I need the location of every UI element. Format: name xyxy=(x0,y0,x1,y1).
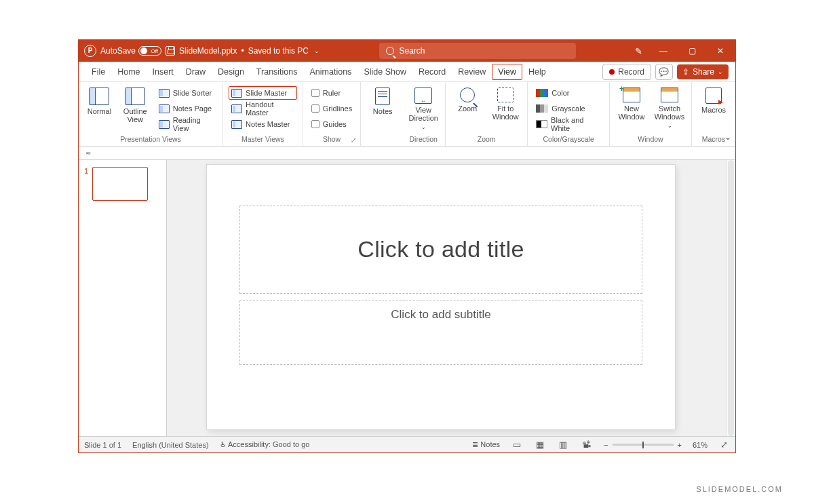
chevron-down-icon: ⌄ xyxy=(667,123,672,129)
tab-view[interactable]: View xyxy=(492,64,522,80)
ribbon: Normal Outline View Slide Sorter Notes P… xyxy=(79,82,735,147)
reading-view-icon[interactable]: ▥ xyxy=(557,440,569,450)
switch-windows-button[interactable]: Switch Windows ⌄ xyxy=(653,86,686,129)
color-button[interactable]: Color xyxy=(533,86,604,100)
tab-home[interactable]: Home xyxy=(111,63,146,81)
ribbon-tabs: File Home Insert Draw Design Transitions… xyxy=(79,62,735,82)
autosave-label: AutoSave xyxy=(100,46,136,56)
title-chevron-icon[interactable]: ⌄ xyxy=(314,47,319,54)
accessibility-status[interactable]: ♿︎ Accessibility: Good to go xyxy=(220,440,310,449)
share-icon: ⇪ xyxy=(682,67,689,77)
slide-counter[interactable]: Slide 1 of 1 xyxy=(84,441,121,449)
ruler-checkbox[interactable]: Ruler xyxy=(309,86,355,100)
accessibility-icon: ♿︎ xyxy=(220,440,227,448)
title-bar: AutoSave Off SlideModel.pptx • Saved to … xyxy=(79,40,735,62)
handout-master-button[interactable]: Handout Master xyxy=(229,102,297,115)
macros-button[interactable]: Macros xyxy=(697,86,730,114)
chevron-down-icon: ⌄ xyxy=(718,69,723,75)
normal-view-icon[interactable]: ▭ xyxy=(511,440,523,450)
tab-file[interactable]: File xyxy=(85,63,111,81)
minimize-button[interactable]: — xyxy=(654,43,673,58)
fit-icon xyxy=(497,88,513,102)
tab-record[interactable]: Record xyxy=(412,63,452,81)
reading-view-icon xyxy=(159,120,170,129)
slide-master-button[interactable]: Slide Master xyxy=(229,86,297,100)
zoom-slider[interactable]: − + xyxy=(604,441,682,449)
outline-view-button[interactable]: Outline View xyxy=(120,86,151,131)
chevron-down-icon: ⌄ xyxy=(421,124,426,130)
tab-transitions[interactable]: Transitions xyxy=(250,63,304,81)
guides-checkbox[interactable]: Guides xyxy=(309,117,355,131)
autosave-toggle[interactable]: AutoSave Off xyxy=(100,46,161,56)
slideshow-view-icon[interactable]: 📽 xyxy=(580,440,593,450)
group-master-views: Slide Master Handout Master Notes Master… xyxy=(223,82,303,146)
maximize-button[interactable]: ▢ xyxy=(682,43,701,58)
checkbox-icon xyxy=(311,89,319,97)
zoom-level[interactable]: 61% xyxy=(693,441,708,449)
grayscale-button[interactable]: Grayscale xyxy=(533,102,604,115)
subtitle-placeholder[interactable]: Click to add subtitle xyxy=(239,301,642,365)
record-button[interactable]: Record xyxy=(602,64,651,80)
black-and-white-button[interactable]: Black and White xyxy=(533,117,604,131)
view-direction-button[interactable]: View Direction ⌄ xyxy=(407,86,440,130)
file-name[interactable]: SlideModel.pptx xyxy=(179,46,237,56)
close-button[interactable]: ✕ xyxy=(711,43,730,58)
status-bar: Slide 1 of 1 English (United States) ♿︎ … xyxy=(79,436,735,452)
tab-review[interactable]: Review xyxy=(452,63,492,81)
tab-design[interactable]: Design xyxy=(212,63,250,81)
notes-button[interactable]: Notes xyxy=(366,86,399,115)
autosave-switch[interactable]: Off xyxy=(138,46,161,56)
sorter-view-icon[interactable]: ▦ xyxy=(534,440,546,450)
tab-draw[interactable]: Draw xyxy=(180,63,212,81)
zoom-out-button[interactable]: − xyxy=(604,441,608,449)
slide-sorter-button[interactable]: Slide Sorter xyxy=(156,86,217,100)
notes-toggle[interactable]: ≣ Notes xyxy=(472,440,500,449)
view-direction-icon xyxy=(414,88,432,104)
collapse-ribbon-button[interactable]: ⌄ xyxy=(724,132,731,142)
normal-view-button[interactable]: Normal xyxy=(84,86,115,131)
tab-help[interactable]: Help xyxy=(522,63,552,81)
zoom-track[interactable] xyxy=(613,444,674,446)
notes-master-icon xyxy=(231,120,242,129)
share-button[interactable]: ⇪ Share ⌄ xyxy=(677,64,729,79)
notes-page-button[interactable]: Notes Page xyxy=(156,102,217,115)
search-input[interactable]: Search xyxy=(379,43,576,59)
zoom-button[interactable]: Zoom xyxy=(451,86,484,121)
title-placeholder[interactable]: Click to add title xyxy=(239,206,642,294)
group-window: + New Window Switch Windows ⌄ Window xyxy=(610,82,692,146)
new-window-button[interactable]: + New Window xyxy=(615,86,648,129)
slide-thumbnails-pane[interactable]: 1 xyxy=(79,160,167,436)
tab-slide-show[interactable]: Slide Show xyxy=(357,63,412,81)
outline-icon xyxy=(125,88,145,105)
slide-canvas[interactable]: Click to add title Click to add subtitle xyxy=(207,165,675,429)
comments-button[interactable]: 💬 xyxy=(655,64,673,80)
thumbnail-preview xyxy=(92,167,148,201)
watermark: SLIDEMODEL.COM xyxy=(696,485,783,493)
vertical-scrollbar[interactable] xyxy=(726,160,735,436)
notes-page-icon xyxy=(159,104,170,113)
checkbox-icon xyxy=(311,120,319,128)
qat-dropdown[interactable]: ≂ xyxy=(85,149,91,157)
notes-master-button[interactable]: Notes Master xyxy=(229,117,297,131)
fit-to-window-icon[interactable]: ⤢ xyxy=(718,440,730,450)
tab-insert[interactable]: Insert xyxy=(147,63,180,81)
save-state[interactable]: Saved to this PC xyxy=(248,46,309,56)
gridlines-checkbox[interactable]: Gridlines xyxy=(309,102,355,115)
drawing-mode-icon[interactable] xyxy=(635,46,644,56)
language-label[interactable]: English (United States) xyxy=(132,441,209,449)
normal-icon xyxy=(89,88,109,105)
show-dialog-launcher[interactable]: ⤢ xyxy=(351,136,356,144)
search-icon xyxy=(386,47,394,55)
tab-animations[interactable]: Animations xyxy=(304,63,358,81)
save-icon[interactable] xyxy=(166,46,175,56)
search-placeholder: Search xyxy=(400,46,425,56)
switch-windows-icon xyxy=(661,88,678,102)
quick-access-row: ≂ xyxy=(79,147,735,160)
reading-view-button[interactable]: Reading View xyxy=(156,117,217,131)
zoom-in-button[interactable]: + xyxy=(678,441,682,449)
title-separator: • xyxy=(241,46,244,56)
grayscale-swatch-icon xyxy=(536,104,548,113)
slide-editor[interactable]: Click to add title Click to add subtitle xyxy=(167,160,726,436)
slide-thumbnail-1[interactable]: 1 xyxy=(84,167,161,201)
fit-to-window-button[interactable]: Fit to Window xyxy=(489,86,522,121)
